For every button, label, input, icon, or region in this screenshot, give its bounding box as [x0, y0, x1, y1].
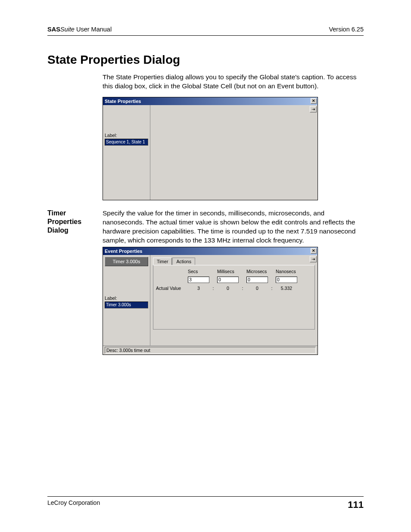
manual-title: SASSuite User Manual: [47, 26, 112, 33]
status-text: Desc: 3.000s time out: [105, 347, 316, 354]
actual-nanosecs: 5.332: [276, 286, 297, 291]
close-icon[interactable]: ✕: [311, 98, 317, 104]
close-icon[interactable]: ✕: [311, 248, 317, 254]
input-microsecs[interactable]: 0: [246, 277, 268, 283]
tab-content-timer: Secs Millisecs Microsecs Nanosecs 3 0 0 …: [153, 265, 315, 330]
timer-item-button[interactable]: Timer 3.000s: [105, 257, 148, 266]
actual-millisecs: 0: [217, 286, 239, 291]
dialog-titlebar[interactable]: State Properties ✕: [103, 97, 318, 105]
section-title: State Properties Dialog: [47, 53, 364, 67]
label-input[interactable]: Timer 3.000s: [105, 302, 148, 308]
footer-company: LeCroy Corporation: [47, 499, 100, 510]
pin-icon[interactable]: ⇥: [310, 256, 317, 262]
event-properties-dialog: Event Properties ✕ Timer 3.000s Label: T…: [103, 247, 318, 355]
actual-secs: 3: [188, 286, 209, 291]
pin-icon[interactable]: ⇥: [310, 106, 317, 112]
tab-actions[interactable]: Actions: [172, 258, 195, 265]
subsection-body: Specify the value for the timer in secon…: [103, 209, 364, 245]
label-caption: Label:: [105, 133, 148, 138]
input-nanosecs[interactable]: 0: [276, 277, 297, 283]
right-panel: ⇥ Timer Actions Secs Millisecs Microsecs…: [150, 255, 318, 345]
actual-microsecs: 0: [246, 286, 268, 291]
dialog-title: Event Properties: [105, 249, 142, 254]
label-input[interactable]: Sequence 1, State 1: [105, 139, 148, 146]
left-panel: Label: Sequence 1, State 1: [103, 105, 150, 200]
col-microsecs: Microsecs: [246, 269, 268, 274]
input-secs[interactable]: 3: [188, 277, 209, 283]
col-nanosecs: Nanosecs: [276, 269, 297, 274]
subsection-heading: Timer Properties Dialog: [47, 209, 95, 251]
version-label: Version 6.25: [329, 26, 364, 33]
actual-value-label: Actual Value: [156, 286, 186, 291]
left-panel: Timer 3.000s Label: Timer 3.000s: [103, 255, 150, 345]
intro-paragraph: The State Properties dialog allows you t…: [103, 73, 364, 91]
status-bar: Desc: 3.000s time out: [103, 345, 318, 355]
page-number: 111: [348, 499, 364, 510]
col-secs: Secs: [188, 269, 209, 274]
input-millisecs[interactable]: 0: [217, 277, 239, 283]
label-caption: Label:: [105, 296, 148, 301]
dialog-title: State Properties: [105, 99, 141, 104]
col-millisecs: Millisecs: [217, 269, 239, 274]
right-panel: ⇥: [150, 105, 318, 200]
page-footer: LeCroy Corporation 111: [47, 496, 364, 510]
state-properties-dialog: State Properties ✕ Label: Sequence 1, St…: [103, 97, 318, 200]
tab-timer[interactable]: Timer: [153, 258, 172, 265]
page-header: SASSuite User Manual Version 6.25: [47, 26, 364, 36]
